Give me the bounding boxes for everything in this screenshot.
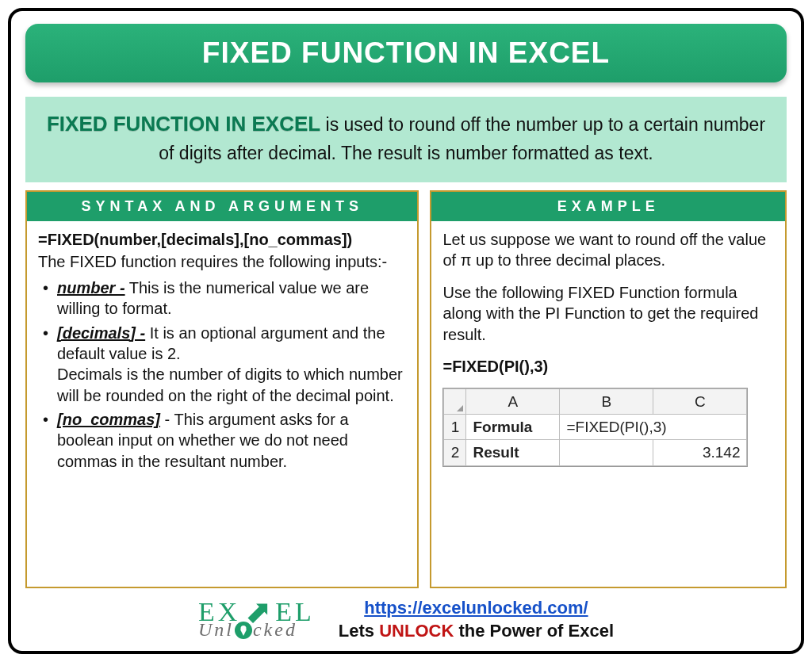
cell-c2: 3.142 [653, 440, 747, 465]
col-c: C [653, 389, 747, 415]
row-num: 2 [444, 440, 466, 465]
cell-b1: =FIXED(PI(),3) [560, 415, 747, 440]
keyhole-icon [235, 622, 252, 639]
example-formula: =FIXED(PI(),3) [442, 356, 774, 377]
cell-b2 [560, 440, 653, 465]
columns: SYNTAX AND ARGUMENTS =FIXED(number,[deci… [25, 190, 787, 588]
table-row: 2 Result 3.142 [444, 440, 747, 465]
tagline-unlock: UNLOCK [379, 621, 454, 641]
syntax-panel: SYNTAX AND ARGUMENTS =FIXED(number,[deci… [25, 190, 419, 588]
syntax-body: =FIXED(number,[decimals],[no_commas]) Th… [27, 221, 417, 587]
select-all-corner [444, 389, 466, 415]
footer-text: https://excelunlocked.com/ Lets UNLOCK t… [339, 596, 614, 643]
website-link[interactable]: https://excelunlocked.com/ [364, 598, 588, 618]
col-b: B [560, 389, 653, 415]
intro-lead: FIXED FUNCTION IN EXCEL [47, 112, 320, 136]
argument-list: number - This is the numerical value we … [38, 277, 406, 473]
tagline: Lets UNLOCK the Power of Excel [339, 621, 614, 641]
arg-name: number - [57, 279, 125, 297]
example-header: EXAMPLE [431, 192, 785, 221]
syntax-header: SYNTAX AND ARGUMENTS [27, 192, 417, 221]
example-panel: EXAMPLE Let us suppose we want to round … [430, 190, 787, 588]
arg-name: [decimals] - [57, 324, 145, 342]
infographic-frame: FIXED FUNCTION IN EXCEL FIXED FUNCTION I… [8, 8, 804, 654]
logo: EX ⬈ EL Unl cked [198, 600, 315, 639]
cell-a1: Formula [466, 415, 560, 440]
cell-a2: Result [466, 440, 560, 465]
footer: EX ⬈ EL Unl cked https://excelunlocked.c… [25, 596, 787, 643]
row-num: 1 [444, 415, 466, 440]
example-p1: Let us suppose we want to round off the … [442, 229, 774, 271]
arg-no-commas: [no_commas] - This argument asks for a b… [38, 409, 406, 472]
arg-desc2: Decimals is the number of digits to whic… [57, 364, 406, 406]
arg-number: number - This is the numerical value we … [38, 277, 406, 320]
syntax-formula: =FIXED(number,[decimals],[no_commas]) [38, 229, 406, 250]
tagline-post: the Power of Excel [454, 621, 614, 641]
logo-text: cked [253, 622, 297, 639]
syntax-requires: The FIXED function requires the followin… [38, 251, 406, 272]
table-header-row: A B C [444, 389, 747, 415]
arg-decimals: [decimals] - It is an optional argument … [38, 323, 406, 407]
excel-table: A B C 1 Formula =FIXED(PI(),3) 2 Result [442, 388, 748, 466]
logo-text: Unl [198, 622, 234, 639]
arg-name: [no_commas] [57, 411, 160, 428]
page-title: FIXED FUNCTION IN EXCEL [25, 24, 787, 82]
table-row: 1 Formula =FIXED(PI(),3) [444, 415, 747, 440]
tagline-pre: Lets [339, 621, 379, 641]
col-a: A [466, 389, 560, 415]
logo-row2: Unl cked [198, 622, 297, 639]
example-body: Let us suppose we want to round off the … [431, 221, 785, 587]
intro-box: FIXED FUNCTION IN EXCEL is used to round… [25, 97, 787, 182]
example-p2: Use the following FIXED Function formula… [442, 282, 774, 345]
